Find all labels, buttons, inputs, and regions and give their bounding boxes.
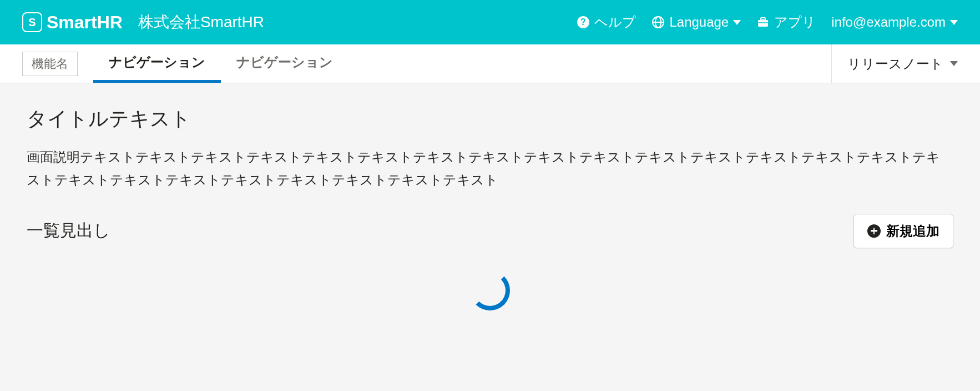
release-notes-label: リリースノート [847, 55, 943, 73]
main-content: タイトルテキスト 画面説明テキストテキストテキストテキストテキストテキストテキス… [0, 83, 980, 355]
help-label: ヘルプ [594, 13, 636, 31]
svg-rect-5 [758, 20, 768, 27]
feature-name-badge: 機能名 [22, 52, 78, 76]
nav-tabs: ナビゲーション ナビゲーション [93, 44, 348, 83]
language-label: Language [669, 14, 729, 30]
nav-tab-2[interactable]: ナビゲーション [221, 44, 348, 83]
apps-label: アプリ [774, 13, 816, 31]
nav-tab-label: ナビゲーション [236, 53, 333, 71]
chevron-down-icon [950, 61, 958, 66]
add-button-label: 新規追加 [886, 222, 939, 240]
help-icon: ? [577, 16, 590, 29]
loading-indicator [27, 248, 953, 333]
list-heading: 一覧見出し [27, 219, 110, 242]
nav-tab-1[interactable]: ナビゲーション [93, 44, 221, 83]
logo-text: SmartHR [47, 12, 123, 33]
chevron-down-icon [733, 20, 741, 25]
global-header: S SmartHR 株式会社SmartHR ? ヘルプ Language アプリ… [0, 0, 980, 44]
spinner-icon [470, 270, 510, 310]
plus-circle-icon [867, 224, 881, 238]
user-email: info@example.com [831, 14, 946, 30]
apps-link[interactable]: アプリ [756, 13, 816, 31]
page-title: タイトルテキスト [27, 106, 953, 133]
add-button[interactable]: 新規追加 [853, 214, 953, 248]
company-name: 株式会社SmartHR [138, 12, 264, 33]
briefcase-icon [756, 16, 770, 29]
logo[interactable]: S SmartHR [22, 12, 123, 33]
release-notes-dropdown[interactable]: リリースノート [831, 44, 958, 83]
chevron-down-icon [950, 20, 958, 25]
list-header: 一覧見出し 新規追加 [27, 214, 953, 248]
user-menu[interactable]: info@example.com [831, 14, 958, 30]
globe-icon [651, 16, 665, 29]
language-selector[interactable]: Language [651, 14, 741, 30]
page-description: 画面説明テキストテキストテキストテキストテキストテキストテキストテキストテキスト… [27, 146, 953, 192]
svg-rect-6 [761, 18, 765, 20]
sub-navigation: 機能名 ナビゲーション ナビゲーション リリースノート [0, 44, 980, 83]
logo-icon: S [22, 12, 42, 32]
header-actions: ? ヘルプ Language アプリ info@example.com [577, 13, 958, 31]
help-link[interactable]: ? ヘルプ [577, 13, 636, 31]
svg-text:?: ? [581, 17, 587, 27]
nav-tab-label: ナビゲーション [109, 53, 205, 71]
